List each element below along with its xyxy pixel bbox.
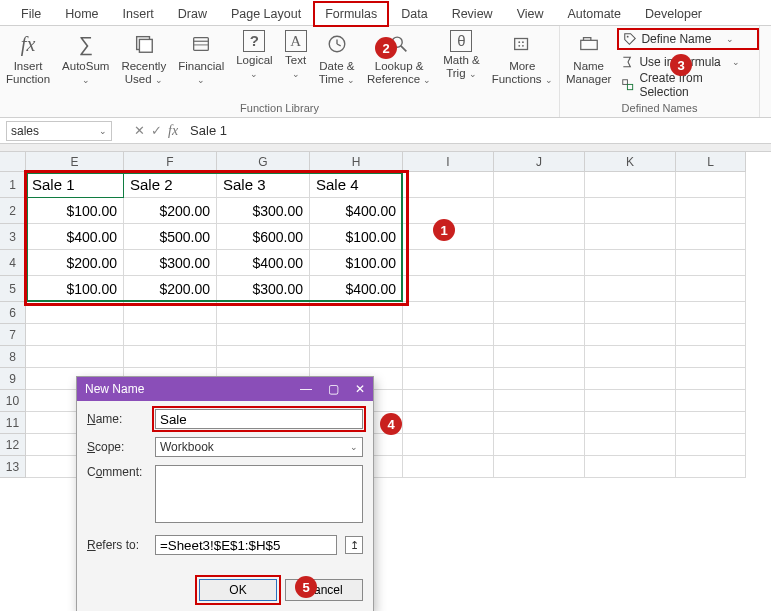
ok-button[interactable]: OK [199, 579, 277, 601]
row-header[interactable]: 11 [0, 412, 26, 434]
cell[interactable] [676, 368, 746, 390]
cell[interactable] [124, 302, 217, 324]
col-header-i[interactable]: I [403, 152, 494, 172]
col-header-l[interactable]: L [676, 152, 746, 172]
cell[interactable] [676, 224, 746, 250]
cell[interactable] [217, 346, 310, 368]
cell[interactable] [403, 434, 494, 456]
cell[interactable]: $400.00 [310, 198, 403, 224]
cell[interactable] [403, 172, 494, 198]
cell[interactable] [403, 250, 494, 276]
cell[interactable] [585, 324, 676, 346]
cell[interactable] [26, 302, 124, 324]
tab-insert[interactable]: Insert [112, 2, 165, 25]
cell[interactable] [585, 456, 676, 478]
name-manager-button[interactable]: Name Manager [560, 26, 617, 87]
cell[interactable]: $100.00 [310, 250, 403, 276]
cell[interactable] [585, 198, 676, 224]
tab-formulas[interactable]: Formulas [314, 2, 388, 26]
col-header-k[interactable]: K [585, 152, 676, 172]
cell[interactable] [26, 346, 124, 368]
row-header[interactable]: 7 [0, 324, 26, 346]
cancel-icon[interactable]: ✕ [134, 123, 145, 138]
cell[interactable]: $400.00 [310, 276, 403, 302]
cell[interactable] [494, 324, 585, 346]
cell[interactable] [403, 390, 494, 412]
cell[interactable] [494, 412, 585, 434]
financial-button[interactable]: Financial⌄ [172, 26, 230, 88]
tab-view[interactable]: View [506, 2, 555, 25]
cell[interactable] [310, 324, 403, 346]
autosum-button[interactable]: ∑ AutoSum⌄ [56, 26, 115, 88]
name-box[interactable]: sales⌄ [6, 121, 112, 141]
cell[interactable] [494, 276, 585, 302]
cell[interactable] [676, 324, 746, 346]
insert-function-button[interactable]: fx Insert Function [0, 26, 56, 87]
cell[interactable] [494, 250, 585, 276]
tab-data[interactable]: Data [390, 2, 438, 25]
col-header-g[interactable]: G [217, 152, 310, 172]
cell[interactable] [585, 172, 676, 198]
cell[interactable] [494, 198, 585, 224]
row-header[interactable]: 3 [0, 224, 26, 250]
cell[interactable] [494, 302, 585, 324]
recently-used-button[interactable]: Recently Used ⌄ [115, 26, 172, 88]
cell[interactable]: $100.00 [310, 224, 403, 250]
close-icon[interactable]: ✕ [355, 382, 365, 396]
cell[interactable] [403, 302, 494, 324]
cell[interactable] [217, 324, 310, 346]
tab-developer[interactable]: Developer [634, 2, 713, 25]
row-header[interactable]: 10 [0, 390, 26, 412]
row-header[interactable]: 9 [0, 368, 26, 390]
cell[interactable] [585, 346, 676, 368]
cell[interactable]: Sale 1 [26, 172, 124, 198]
col-header-h[interactable]: H [310, 152, 403, 172]
more-functions-button[interactable]: More Functions ⌄ [486, 26, 559, 88]
cell[interactable] [124, 324, 217, 346]
collapse-dialog-icon[interactable]: ↥ [345, 536, 363, 554]
cell[interactable] [217, 302, 310, 324]
tab-home[interactable]: Home [54, 2, 109, 25]
date-time-button[interactable]: Date & Time ⌄ [313, 26, 361, 88]
cell[interactable] [676, 434, 746, 456]
cell[interactable]: $300.00 [124, 250, 217, 276]
cell[interactable]: Sale 4 [310, 172, 403, 198]
cell[interactable] [676, 198, 746, 224]
cell[interactable] [403, 276, 494, 302]
cell[interactable] [676, 250, 746, 276]
cell[interactable] [585, 368, 676, 390]
cell[interactable] [494, 224, 585, 250]
logical-button[interactable]: ? Logical⌄ [230, 26, 278, 82]
cell[interactable] [585, 412, 676, 434]
text-button[interactable]: A Text⌄ [279, 26, 313, 82]
tab-review[interactable]: Review [441, 2, 504, 25]
cell[interactable] [403, 324, 494, 346]
row-header[interactable]: 8 [0, 346, 26, 368]
enter-icon[interactable]: ✓ [151, 123, 162, 138]
cell[interactable] [403, 456, 494, 478]
cell[interactable] [494, 346, 585, 368]
scope-select[interactable]: Workbook⌄ [155, 437, 363, 457]
cell[interactable] [676, 412, 746, 434]
row-header[interactable]: 2 [0, 198, 26, 224]
cell[interactable]: $200.00 [26, 250, 124, 276]
col-header-j[interactable]: J [494, 152, 585, 172]
cell[interactable] [585, 250, 676, 276]
cell[interactable] [494, 434, 585, 456]
row-header[interactable]: 5 [0, 276, 26, 302]
cell[interactable] [585, 276, 676, 302]
tab-page-layout[interactable]: Page Layout [220, 2, 312, 25]
cell[interactable] [26, 324, 124, 346]
cell[interactable] [676, 390, 746, 412]
cell[interactable]: Sale 2 [124, 172, 217, 198]
tab-automate[interactable]: Automate [557, 2, 633, 25]
fx-icon[interactable]: fx [168, 123, 178, 139]
cell[interactable]: $300.00 [217, 276, 310, 302]
cell[interactable] [676, 346, 746, 368]
cell[interactable] [494, 172, 585, 198]
cell[interactable]: $600.00 [217, 224, 310, 250]
maximize-icon[interactable]: ▢ [328, 382, 339, 396]
row-header[interactable]: 4 [0, 250, 26, 276]
cell[interactable] [403, 346, 494, 368]
minimize-icon[interactable]: — [300, 382, 312, 396]
